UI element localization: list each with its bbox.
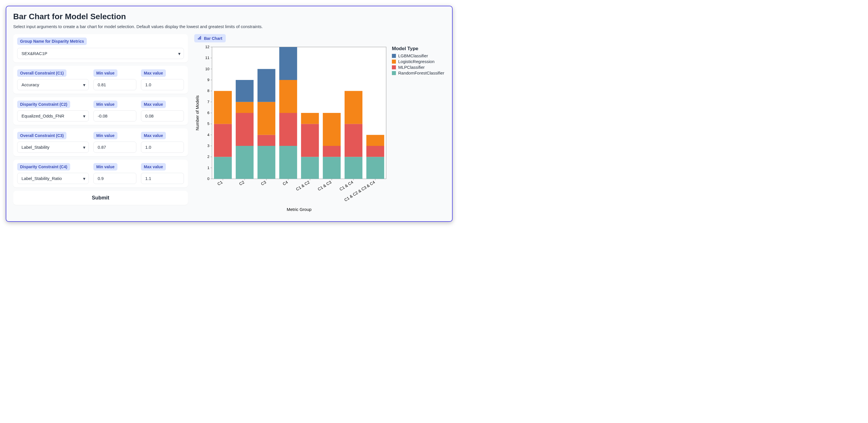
constraint-card: Disparity Constraint (C4) Label_Stabilit…: [13, 160, 188, 187]
svg-text:C3: C3: [260, 180, 267, 186]
min-label: Min value: [93, 69, 118, 77]
max-value-input[interactable]: 0.08: [141, 110, 184, 122]
constraint-card: Disparity Constraint (C2) Equalized_Odds…: [13, 97, 188, 125]
svg-rect-70: [366, 157, 384, 179]
svg-text:4: 4: [208, 133, 209, 137]
chart-wrap: 0123456789101112C1C2C3C4C1 & C2C1 & C3C1…: [194, 44, 445, 214]
svg-rect-57: [279, 146, 297, 179]
svg-text:C1: C1: [217, 180, 223, 186]
constraint-metric-select[interactable]: Accuracy: [17, 79, 89, 90]
svg-text:Number of Models: Number of Models: [195, 95, 200, 131]
legend-label: MLPClassifier: [398, 65, 425, 70]
legend-swatch: [392, 65, 396, 69]
legend-item: MLPClassifier: [392, 65, 449, 70]
min-label: Min value: [93, 132, 118, 139]
chart-tab-label: Bar Chart: [204, 36, 222, 41]
submit-button[interactable]: Submit: [13, 191, 188, 205]
legend-swatch: [392, 54, 396, 58]
min-value-input[interactable]: 0.81: [93, 79, 136, 90]
min-value-input[interactable]: -0.08: [93, 110, 136, 122]
svg-text:6: 6: [208, 111, 209, 115]
max-label: Max value: [141, 100, 166, 108]
svg-text:C1 & C3: C1 & C3: [317, 180, 332, 192]
svg-rect-2: [200, 36, 201, 39]
constraint-card: Overall Constraint (C3) Label_Stability …: [13, 128, 188, 156]
chart-column: Bar Chart 0123456789101112C1C2C3C4C1 & C…: [194, 34, 445, 214]
constraint-label: Overall Constraint (C3): [17, 132, 66, 139]
min-label: Min value: [93, 100, 118, 108]
svg-text:3: 3: [208, 144, 209, 148]
svg-text:C1 & C2: C1 & C2: [295, 180, 311, 192]
page-title: Bar Chart for Model Selection: [13, 12, 445, 21]
legend-swatch: [392, 71, 396, 75]
group-select[interactable]: SEX&RAC1P: [17, 48, 184, 59]
app-container: Bar Chart for Model Selection Select inp…: [6, 6, 453, 222]
legend-label: LGBMClassifier: [398, 53, 428, 58]
legend-label: RandomForestClassifier: [398, 70, 444, 75]
svg-rect-66: [323, 113, 341, 146]
svg-rect-54: [257, 135, 275, 146]
legend-item: LGBMClassifier: [392, 53, 449, 58]
svg-text:C2: C2: [238, 180, 245, 186]
svg-rect-61: [301, 157, 319, 179]
svg-text:12: 12: [206, 45, 209, 49]
svg-rect-47: [214, 124, 232, 157]
legend-item: LogisticRegression: [392, 59, 449, 64]
svg-rect-56: [257, 69, 275, 102]
svg-rect-59: [279, 80, 297, 113]
legend: Model Type LGBMClassifierLogisticRegress…: [392, 44, 449, 76]
legend-swatch: [392, 60, 396, 64]
chart-tab[interactable]: Bar Chart: [194, 34, 226, 42]
svg-text:C4: C4: [282, 180, 289, 186]
min-label: Min value: [93, 163, 118, 171]
svg-rect-51: [236, 102, 253, 113]
constraint-metric-select[interactable]: Equalized_Odds_FNR: [17, 110, 89, 122]
max-label: Max value: [141, 69, 166, 77]
svg-rect-71: [366, 146, 384, 157]
svg-rect-65: [323, 146, 341, 157]
svg-rect-60: [279, 47, 297, 80]
constraint-label: Overall Constraint (C1): [17, 69, 66, 77]
min-value-input[interactable]: 0.9: [93, 173, 136, 184]
svg-rect-58: [279, 113, 297, 146]
svg-rect-63: [301, 113, 319, 124]
constraint-label: Disparity Constraint (C2): [17, 100, 70, 108]
svg-text:1: 1: [208, 165, 209, 170]
svg-rect-72: [366, 135, 384, 146]
legend-item: RandomForestClassifier: [392, 70, 449, 75]
svg-text:9: 9: [208, 78, 209, 82]
svg-rect-48: [214, 91, 232, 124]
svg-rect-67: [345, 157, 362, 179]
svg-text:0: 0: [208, 177, 209, 181]
svg-rect-49: [236, 146, 253, 179]
max-label: Max value: [141, 132, 166, 139]
constraint-card: Overall Constraint (C1) Accuracy ▾ Min v…: [13, 66, 188, 94]
svg-rect-62: [301, 124, 319, 157]
max-value-input[interactable]: 1.0: [141, 142, 184, 153]
legend-title: Model Type: [392, 46, 449, 52]
max-value-input[interactable]: 1.1: [141, 173, 184, 184]
main-layout: Group Name for Disparity Metrics SEX&RAC…: [13, 34, 445, 214]
svg-rect-69: [345, 91, 362, 124]
svg-rect-0: [198, 38, 199, 39]
svg-rect-68: [345, 124, 362, 157]
svg-text:5: 5: [208, 122, 209, 126]
svg-text:C1 & C4: C1 & C4: [339, 180, 354, 192]
svg-text:8: 8: [208, 89, 209, 93]
bar-chart-icon: [198, 36, 202, 41]
svg-text:Metric Group: Metric Group: [287, 207, 312, 212]
svg-text:2: 2: [208, 154, 209, 159]
svg-rect-46: [214, 157, 232, 179]
controls-column: Group Name for Disparity Metrics SEX&RAC…: [13, 34, 188, 205]
bar-chart: 0123456789101112C1C2C3C4C1 & C2C1 & C3C1…: [194, 44, 389, 213]
chart-svg-holder: 0123456789101112C1C2C3C4C1 & C2C1 & C3C1…: [194, 44, 389, 214]
svg-text:7: 7: [208, 100, 209, 104]
constraint-metric-select[interactable]: Label_Stability_Ratio: [17, 173, 89, 184]
max-value-input[interactable]: 1.0: [141, 79, 184, 90]
svg-text:11: 11: [206, 56, 209, 60]
min-value-input[interactable]: 0.87: [93, 142, 136, 153]
constraint-metric-select[interactable]: Label_Stability: [17, 142, 89, 153]
svg-rect-64: [323, 157, 341, 179]
max-label: Max value: [141, 163, 166, 171]
group-card: Group Name for Disparity Metrics SEX&RAC…: [13, 34, 188, 62]
